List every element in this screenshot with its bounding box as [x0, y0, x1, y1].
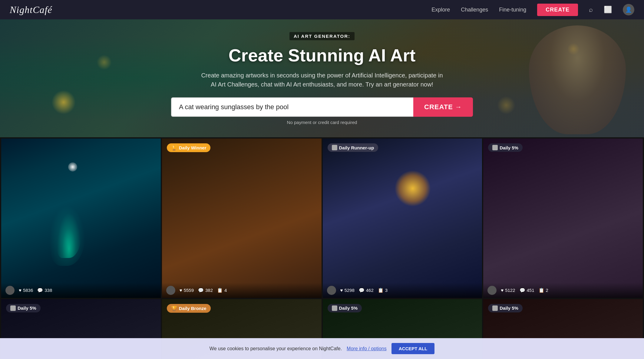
search-icon[interactable]: ⌕	[589, 6, 593, 14]
comment-icon: 💬	[359, 288, 365, 293]
cookie-banner: We use cookies to personalise your exper…	[0, 338, 644, 359]
robot-icon	[492, 305, 498, 311]
comment-icon: 💬	[198, 288, 204, 293]
robot-icon	[332, 305, 337, 311]
comment-icon: 💬	[520, 288, 525, 293]
copy-icon: 📋	[378, 288, 384, 293]
artwork-sailboat	[323, 139, 482, 298]
nav-link-explore[interactable]: Explore	[431, 7, 450, 13]
trophy-icon: 🏆	[171, 145, 177, 151]
daily-bronze-badge: 🏆 Daily Bronze	[167, 304, 211, 313]
gallery-stats: ♥ 5122 💬 451 📋 2	[501, 288, 548, 293]
copy-count: 📋 2	[539, 288, 548, 293]
comment-count: 💬 338	[37, 288, 52, 293]
grid-icon[interactable]: ⬜	[604, 6, 612, 14]
heart-icon: ♥	[19, 288, 21, 293]
daily-runnerup-badge: Daily Runner-up	[328, 143, 378, 152]
gallery-item-footer: ♥ 5559 💬 382 📋 4	[162, 283, 322, 298]
gallery-item-footer: ♥ 5122 💬 451 📋 2	[483, 283, 643, 298]
creator-avatar	[166, 286, 175, 295]
navbar: NightCafé Explore Challenges Fine-tuning…	[0, 0, 644, 19]
gallery-item-teacup[interactable]: 🏆 Daily Winner ♥ 5559 💬 382 📋 4	[162, 139, 322, 298]
trophy-icon: 🏆	[171, 305, 177, 311]
comment-count: 💬 462	[359, 288, 374, 293]
comment-count: 💬 382	[198, 288, 213, 293]
mermaid-glow	[57, 213, 81, 258]
robot-icon	[492, 145, 498, 150]
gallery-stats: ♥ 5559 💬 382 📋 4	[180, 288, 227, 293]
comment-icon: 💬	[37, 288, 43, 293]
cookie-text: We use cookies to personalise your exper…	[210, 346, 342, 351]
daily-5pct-badge-b3: Daily 5%	[328, 304, 362, 312]
nav-create-button[interactable]: CREATE	[537, 4, 578, 16]
gallery-item-mermaid[interactable]: ♥ 5836 💬 338	[1, 139, 161, 298]
nav-link-finetuning[interactable]: Fine-tuning	[499, 7, 526, 13]
hero-note: No payment or credit card required	[140, 120, 504, 125]
copy-count: 📋 3	[378, 288, 388, 293]
copy-count: 📋 4	[217, 288, 227, 293]
like-count: ♥ 5836	[19, 288, 33, 293]
creator-avatar	[5, 286, 15, 295]
avatar-icon: 👤	[625, 6, 632, 13]
hero-search-row: CREATE →	[140, 97, 504, 117]
robot-icon	[332, 145, 337, 150]
gallery-stats: ♥ 5836 💬 338	[19, 288, 52, 293]
like-count: ♥ 5122	[501, 288, 515, 293]
user-avatar[interactable]: 👤	[623, 4, 634, 15]
gallery-item-footer: ♥ 5298 💬 462 📋 3	[323, 283, 482, 298]
navbar-right: Explore Challenges Fine-tuning CREATE ⌕ …	[431, 4, 634, 16]
hero-section: AI ART GENERATOR: Create Stunning AI Art…	[0, 19, 644, 137]
heart-icon: ♥	[340, 288, 343, 293]
moon-glow	[68, 162, 77, 171]
site-logo[interactable]: NightCafé	[10, 4, 52, 15]
gallery-item-room[interactable]: Daily 5% ♥ 5122 💬 451 📋 2	[483, 139, 643, 298]
prompt-input[interactable]	[171, 97, 413, 117]
heart-icon: ♥	[180, 288, 182, 293]
artwork-mermaid	[1, 139, 161, 298]
hero-title: Create Stunning AI Art	[140, 45, 504, 65]
daily-5pct-badge: Daily 5%	[488, 143, 523, 152]
hero-label: AI ART GENERATOR:	[289, 32, 355, 40]
hero-subtitle: Create amazing artworks in seconds using…	[201, 71, 443, 89]
cookie-more-info-link[interactable]: More info / options	[347, 346, 387, 351]
creator-avatar	[327, 286, 336, 295]
copy-icon: 📋	[539, 288, 544, 293]
creator-avatar	[487, 286, 497, 295]
daily-5pct-badge-b4: Daily 5%	[488, 304, 523, 312]
heart-icon: ♥	[501, 288, 504, 293]
gallery-stats: ♥ 5298 💬 462 📋 3	[340, 288, 388, 293]
cookie-accept-button[interactable]: ACCEPT ALL	[391, 343, 434, 354]
gallery-item-footer: ♥ 5836 💬 338	[1, 283, 161, 298]
copy-icon: 📋	[217, 288, 223, 293]
robot-icon	[10, 305, 16, 311]
sailboat-moon	[395, 170, 431, 207]
like-count: ♥ 5559	[180, 288, 194, 293]
daily-5pct-badge-b1: Daily 5%	[6, 304, 41, 312]
artwork-teacup	[162, 139, 322, 298]
daily-winner-badge: 🏆 Daily Winner	[167, 143, 211, 152]
artwork-room	[483, 139, 643, 298]
like-count: ♥ 5298	[340, 288, 355, 293]
comment-count: 💬 451	[520, 288, 534, 293]
hero-create-button[interactable]: CREATE →	[413, 97, 473, 117]
nav-link-challenges[interactable]: Challenges	[461, 7, 488, 13]
person-shape	[529, 25, 626, 134]
gallery: ♥ 5836 💬 338 🏆 Daily Winner ♥ 5559	[0, 137, 644, 359]
gallery-item-sailboat[interactable]: Daily Runner-up ♥ 5298 💬 462 📋 3	[323, 139, 482, 298]
hero-content: AI ART GENERATOR: Create Stunning AI Art…	[140, 32, 504, 125]
